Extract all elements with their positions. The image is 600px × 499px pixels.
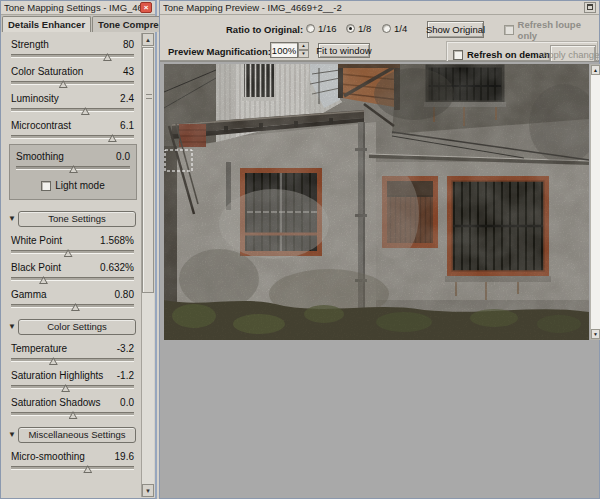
slider-label: White Point — [11, 235, 62, 246]
slider-value: 1.568% — [100, 235, 134, 246]
slider-value: 2.4 — [120, 93, 134, 104]
slider-thumb[interactable] — [81, 107, 90, 115]
slider-track[interactable] — [11, 81, 134, 85]
show-original-button[interactable]: Show Original — [427, 21, 484, 38]
collapse-triangle-icon[interactable]: ▼ — [6, 214, 18, 224]
slider-track[interactable] — [11, 304, 134, 308]
settings-content: Strength80 Color Saturation43 Luminosity… — [2, 33, 142, 497]
maximize-icon[interactable] — [584, 2, 596, 13]
fit-to-window-button[interactable]: Fit to window — [318, 43, 370, 58]
spin-down-icon[interactable]: ▼ — [298, 50, 309, 58]
spin-up-icon[interactable]: ▲ — [298, 42, 309, 50]
slider-value: -1.2 — [117, 370, 134, 381]
slider-row-saturation-highlights: Saturation Highlights-1.2 — [11, 370, 134, 389]
refresh-on-demand-checkbox[interactable] — [453, 50, 463, 60]
scrollbar-grip — [146, 94, 152, 99]
slider-track[interactable] — [11, 412, 134, 416]
slider-track[interactable] — [11, 385, 134, 389]
slider-row-color-saturation: Color Saturation43 — [11, 66, 134, 85]
collapse-triangle-icon[interactable]: ▼ — [6, 322, 18, 332]
slider-row-temperature: Temperature-3.2 — [11, 343, 134, 362]
slider-thumb[interactable] — [59, 80, 68, 88]
slider-thumb[interactable] — [103, 53, 112, 61]
app-root: Tone Mapping Settings - IMG_4669+2_.. × … — [0, 0, 600, 499]
slider-label: Microcontrast — [11, 120, 71, 131]
scroll-down-icon[interactable]: ▼ — [142, 484, 154, 497]
refresh-loupe-label: Refresh loupe only — [518, 19, 599, 41]
collapse-triangle-icon[interactable]: ▼ — [6, 430, 18, 440]
slider-row-microcontrast: Microcontrast6.1 — [11, 120, 134, 139]
refresh-loupe-row: Refresh loupe only — [504, 19, 599, 41]
settings-tabs: Details Enhancer Tone Compressor — [1, 15, 155, 32]
radio-icon[interactable] — [346, 24, 355, 33]
photo-illustration — [164, 64, 589, 340]
scroll-up-icon[interactable]: ▲ — [142, 33, 154, 46]
slider-value: 0.0 — [120, 397, 134, 408]
tab-details-enhancer[interactable]: Details Enhancer — [2, 16, 91, 32]
magnification-label: Preview Magnification: — [168, 46, 271, 57]
preview-scrollbar[interactable]: ▲ ▼ — [590, 64, 600, 340]
slider-row-micro-smoothing: Micro-smoothing19.6 — [11, 451, 134, 470]
ratio-label: Ratio to Original: — [226, 24, 303, 35]
slider-track[interactable] — [11, 466, 134, 470]
slider-thumb[interactable] — [69, 411, 78, 419]
slider-track[interactable] — [16, 166, 130, 170]
magnification-spinner[interactable]: 100% ▲ ▼ — [270, 42, 309, 58]
radio-icon[interactable] — [306, 24, 315, 33]
slider-row-strength: Strength80 — [11, 39, 134, 58]
slider-value: -3.2 — [117, 343, 134, 354]
slider-track[interactable] — [11, 108, 134, 112]
section-miscellaneous-settings: ▼ Miscellaneous Settings — [6, 427, 136, 443]
preview-photo[interactable] — [164, 64, 589, 340]
miscellaneous-settings-header-button[interactable]: Miscellaneous Settings — [18, 427, 136, 443]
slider-label: Strength — [11, 39, 49, 50]
slider-value: 0.0 — [116, 151, 130, 162]
slider-value: 0.80 — [115, 289, 134, 300]
preview-titlebar[interactable]: Tone Mapping Preview - IMG_4669+2__-2 — [160, 1, 599, 15]
slider-track[interactable] — [11, 277, 134, 281]
slider-thumb[interactable] — [69, 165, 78, 173]
slider-value: 19.6 — [115, 451, 134, 462]
radio-label: 1/4 — [394, 23, 407, 34]
scrollbar-thumb[interactable] — [142, 47, 154, 293]
scroll-down-icon[interactable]: ▼ — [591, 329, 600, 339]
slider-thumb[interactable] — [64, 249, 73, 257]
magnification-value[interactable]: 100% — [270, 42, 298, 58]
slider-row-gamma: Gamma0.80 — [11, 289, 134, 308]
slider-row-white-point: White Point1.568% — [11, 235, 134, 254]
light-mode-checkbox[interactable] — [41, 181, 51, 191]
slider-thumb[interactable] — [39, 276, 48, 284]
ratio-option-1-8[interactable]: 1/8 — [346, 23, 371, 34]
light-mode-label: Light mode — [55, 180, 104, 191]
scroll-up-icon[interactable]: ▲ — [591, 65, 600, 75]
ratio-option-1-16[interactable]: 1/16 — [306, 23, 337, 34]
radio-label: 1/8 — [358, 23, 371, 34]
slider-label: Micro-smoothing — [11, 451, 85, 462]
section-color-settings: ▼ Color Settings — [6, 319, 136, 335]
slider-thumb[interactable] — [108, 134, 117, 142]
radio-icon[interactable] — [382, 24, 391, 33]
slider-track[interactable] — [11, 135, 134, 139]
settings-panel: Tone Mapping Settings - IMG_4669+2_.. × … — [0, 0, 157, 499]
close-icon[interactable]: × — [140, 2, 152, 13]
slider-thumb[interactable] — [61, 384, 70, 392]
tone-settings-header-button[interactable]: Tone Settings — [18, 211, 136, 227]
ratio-option-1-4[interactable]: 1/4 — [382, 23, 407, 34]
slider-value: 0.632% — [100, 262, 134, 273]
slider-thumb[interactable] — [49, 357, 58, 365]
slider-thumb[interactable] — [71, 303, 80, 311]
slider-track[interactable] — [11, 250, 134, 254]
color-settings-header-button[interactable]: Color Settings — [18, 319, 136, 335]
slider-track[interactable] — [11, 54, 134, 58]
radio-label: 1/16 — [318, 23, 337, 34]
slider-value: 43 — [123, 66, 134, 77]
refresh-loupe-checkbox[interactable] — [504, 25, 514, 35]
slider-value: 80 — [123, 39, 134, 50]
slider-track[interactable] — [11, 358, 134, 362]
settings-titlebar[interactable]: Tone Mapping Settings - IMG_4669+2_.. × — [1, 1, 155, 15]
settings-scrollbar[interactable]: ▲ ▼ — [141, 33, 154, 497]
slider-thumb[interactable] — [83, 465, 92, 473]
slider-row-smoothing: Smoothing0.0 — [16, 151, 130, 170]
settings-title: Tone Mapping Settings - IMG_4669+2_.. — [4, 2, 140, 13]
slider-value: 6.1 — [120, 120, 134, 131]
